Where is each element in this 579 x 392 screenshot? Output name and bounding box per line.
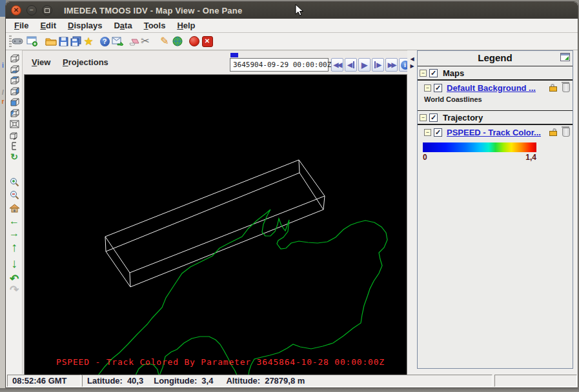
save-stack-icon: [70, 36, 81, 46]
redo-button[interactable]: ↷: [8, 284, 21, 295]
unlock-icon[interactable]: [549, 128, 558, 136]
favorites-button[interactable]: ★: [82, 35, 95, 48]
zoom-out-button[interactable]: [8, 190, 21, 201]
vertical-scale-button[interactable]: [8, 141, 21, 150]
close-button[interactable]: ✕: [11, 5, 21, 15]
rotate-view-cube-button[interactable]: [8, 130, 21, 141]
exit-button[interactable]: ✕: [201, 35, 214, 48]
star-icon: ★: [83, 36, 93, 47]
rewind-button[interactable]: ◀◀: [331, 58, 343, 72]
map-view-menubar: View Projections 3645904-09-29 00:00:00Z…: [23, 51, 407, 74]
menu-tools[interactable]: Tools: [138, 21, 172, 30]
step-back-icon: ◀: [347, 61, 354, 68]
minimize-button[interactable]: −: [26, 5, 37, 15]
statusbar: 08:52:46 GMT Latitude: 40,3 Longitude: 3…: [6, 374, 578, 388]
pan-down-button[interactable]: ↓: [8, 255, 21, 271]
colorbar[interactable]: 0 1,4: [423, 142, 536, 162]
collapse-group-button[interactable]: −: [420, 70, 427, 77]
legend-group-label: Trajectory: [443, 113, 483, 122]
step-forward-button[interactable]: ▶: [372, 58, 384, 72]
gamepad-icon: [12, 37, 23, 45]
projections-globe-button[interactable]: [171, 35, 184, 48]
collapse-group-button[interactable]: −: [420, 114, 427, 121]
view-bottom-cube-button[interactable]: [8, 64, 21, 75]
new-view-window-button[interactable]: [26, 35, 39, 48]
perspective-view-button[interactable]: [8, 119, 21, 130]
view-north-cube-button[interactable]: [8, 75, 21, 86]
minimize-icon: −: [30, 7, 34, 14]
cut-remove-button[interactable]: ✂: [139, 35, 152, 48]
float-legend-button[interactable]: [560, 53, 570, 61]
legend-item-sublabel: World Coastlines: [418, 95, 573, 106]
save-bundle-button[interactable]: [57, 35, 70, 48]
menu-help[interactable]: Help: [171, 21, 201, 30]
pan-up-button[interactable]: ↑: [8, 239, 21, 255]
home-reset-button[interactable]: [8, 202, 21, 213]
cube-top-face-icon: [9, 75, 20, 85]
latitude-label: Latitude:: [87, 376, 123, 386]
menu-data[interactable]: Data: [108, 21, 137, 30]
stop-loads-button[interactable]: [188, 35, 201, 48]
colorbar-max-label: 1,4: [525, 153, 536, 162]
menu-displays[interactable]: Displays: [62, 21, 108, 30]
map-menu-view[interactable]: View: [32, 57, 50, 67]
view-east-cube-button[interactable]: [8, 86, 21, 97]
window-icon: [561, 54, 569, 55]
help-button[interactable]: ?: [98, 35, 111, 48]
play-button[interactable]: ▶: [358, 58, 371, 72]
globe-icon: [172, 36, 183, 46]
step-forward-icon: ▶: [374, 61, 381, 68]
new-window-icon: [26, 36, 38, 46]
position-readout: Latitude: 40,3 Longitude: 3,4 Altitude: …: [82, 375, 493, 387]
zoom-in-button[interactable]: [8, 177, 21, 188]
group-visibility-checkbox[interactable]: ✓: [429, 69, 438, 77]
fast-forward-button[interactable]: ▶▶: [385, 58, 398, 72]
item-visibility-checkbox[interactable]: ✓: [434, 128, 442, 137]
view-west-cube-button[interactable]: [8, 108, 21, 119]
collapse-right-button[interactable]: ▶: [409, 63, 415, 69]
close-icon: ✕: [14, 7, 19, 14]
map-3d-canvas[interactable]: PSPEED - Track Colored By Parameter 3645…: [24, 74, 407, 375]
map-menu-projections[interactable]: Projections: [63, 57, 108, 67]
colorbar-gradient[interactable]: [423, 142, 536, 152]
menu-edit[interactable]: Edit: [34, 21, 62, 30]
group-visibility-checkbox[interactable]: ✓: [429, 113, 438, 122]
collapse-left-button[interactable]: ◀: [409, 55, 415, 62]
save-icon: [59, 37, 68, 46]
collapse-item-button[interactable]: −: [424, 129, 431, 136]
show-dashboard-button[interactable]: [11, 35, 24, 48]
arrow-left-icon: ←: [9, 216, 19, 226]
display-control-link[interactable]: PSPEED - Track Color...: [447, 128, 549, 137]
time-dropdown[interactable]: 3645904-09-29 00:00:00Z ▼: [230, 58, 329, 72]
menu-file[interactable]: File: [8, 21, 34, 30]
legend-header: Legend: [418, 51, 573, 66]
view-top-cube-button[interactable]: [8, 53, 21, 64]
zoom-in-icon: [9, 177, 20, 188]
edit-button[interactable]: ✎: [158, 35, 171, 48]
pan-right-button[interactable]: →: [8, 228, 21, 239]
cube-right-face-icon: [9, 86, 20, 96]
play-icon: ▶: [361, 61, 367, 70]
collapse-item-button[interactable]: −: [424, 84, 431, 92]
trash-icon[interactable]: [562, 83, 570, 92]
undo-button[interactable]: ↶: [8, 273, 21, 284]
erase-displays-button[interactable]: [127, 35, 140, 48]
lock-icon[interactable]: [549, 84, 558, 92]
viewpoint-toolbar: ↻ ← → ↑ ↓ ↶ ↷: [6, 50, 23, 374]
open-bundle-button[interactable]: [45, 35, 57, 48]
pan-left-button[interactable]: ←: [8, 215, 21, 226]
stop-icon: [189, 36, 199, 46]
view-front-cube-button[interactable]: [8, 97, 21, 108]
auto-rotate-button[interactable]: ↻: [8, 152, 21, 161]
support-request-button[interactable]: [111, 35, 124, 48]
maximize-button[interactable]: [42, 5, 52, 15]
display-control-link[interactable]: Default Background ...: [447, 83, 549, 93]
folder-icon: [45, 37, 57, 46]
trash-icon[interactable]: [562, 128, 570, 137]
step-back-button[interactable]: ◀: [345, 58, 357, 72]
splitpane-divider[interactable]: ◀ ▶: [407, 50, 417, 374]
cube-left-face-icon: [9, 108, 20, 118]
rotate-cube-icon: [8, 130, 20, 141]
item-visibility-checkbox[interactable]: ✓: [434, 84, 442, 92]
save-favorite-button[interactable]: [69, 35, 82, 48]
